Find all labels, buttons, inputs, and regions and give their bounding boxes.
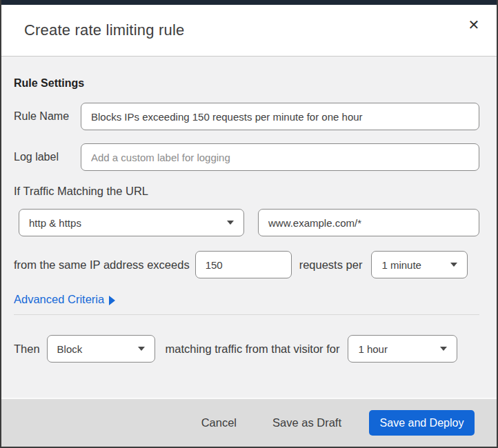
- section-divider: [14, 314, 479, 315]
- advanced-criteria-label: Advanced Criteria: [14, 293, 104, 306]
- close-icon[interactable]: ✕: [464, 14, 484, 35]
- chevron-down-icon: [450, 263, 457, 267]
- threshold-row: from the same IP address exceeds request…: [14, 251, 479, 278]
- log-label-label: Log label: [14, 151, 81, 163]
- period-select-value: 1 minute: [381, 259, 445, 271]
- url-match-row: http & https: [14, 209, 479, 236]
- traffic-match-heading: If Traffic Matching the URL: [14, 185, 479, 198]
- create-rate-limiting-rule-dialog: Create rate limiting rule ✕ Rule Setting…: [0, 0, 498, 448]
- save-as-draft-button[interactable]: Save as Draft: [264, 411, 350, 435]
- rule-name-input[interactable]: [81, 103, 479, 130]
- action-select-value: Block: [57, 343, 132, 355]
- chevron-down-icon: [440, 347, 447, 351]
- advanced-criteria-link[interactable]: Advanced Criteria: [14, 293, 115, 306]
- chevron-down-icon: [138, 347, 145, 351]
- requests-per-text: requests per: [299, 258, 363, 272]
- duration-text: matching traffic from that visitor for: [166, 343, 340, 356]
- cancel-button[interactable]: Cancel: [193, 411, 245, 435]
- dialog-title: Create rate limiting rule: [24, 21, 184, 39]
- scheme-select-value: http & https: [29, 217, 221, 229]
- chevron-down-icon: [227, 221, 234, 225]
- window-top-edge: [1, 0, 497, 5]
- then-label: Then: [14, 343, 40, 356]
- action-row: Then Block matching traffic from that vi…: [14, 335, 479, 363]
- rule-settings-heading: Rule Settings: [14, 77, 479, 90]
- duration-select[interactable]: 1 hour: [348, 335, 457, 363]
- dialog-body: Rule Settings Rule Name Log label If Tra…: [1, 56, 497, 398]
- log-label-row: Log label: [14, 143, 479, 171]
- dialog-header: Create rate limiting rule ✕: [1, 5, 497, 56]
- save-and-deploy-button[interactable]: Save and Deploy: [369, 410, 475, 436]
- scheme-select[interactable]: http & https: [19, 209, 244, 236]
- chevron-right-icon: [109, 296, 115, 305]
- log-label-input[interactable]: [81, 143, 479, 171]
- rule-name-row: Rule Name: [14, 103, 479, 130]
- action-select[interactable]: Block: [47, 335, 155, 363]
- request-count-input[interactable]: [195, 251, 292, 278]
- period-select[interactable]: 1 minute: [371, 251, 468, 278]
- exceeds-text: from the same IP address exceeds: [14, 258, 190, 272]
- url-pattern-input[interactable]: [258, 209, 479, 236]
- rule-name-label: Rule Name: [14, 110, 81, 123]
- dialog-footer: Cancel Save as Draft Save and Deploy: [1, 398, 497, 447]
- duration-select-value: 1 hour: [358, 343, 435, 355]
